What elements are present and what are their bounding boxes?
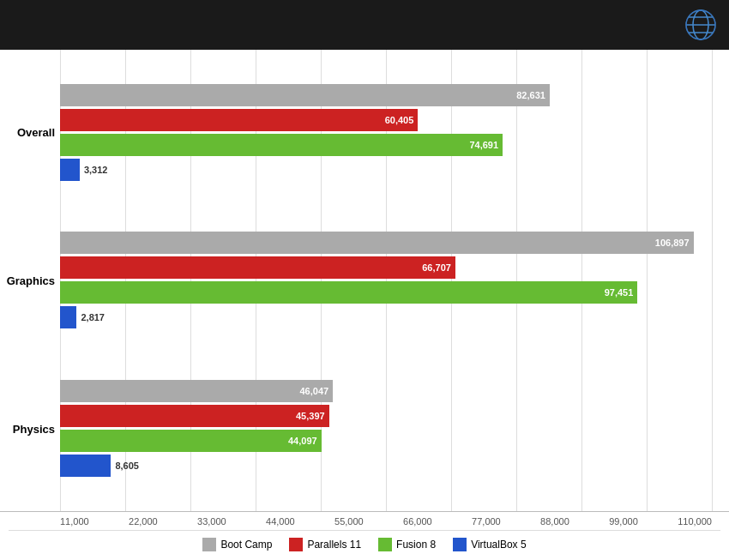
bar-row: 2,817 [60, 306, 712, 328]
bar-value-label: 44,097 [288, 436, 317, 446]
bar-parallels: 66,707 [60, 256, 455, 279]
x-axis-label: 22,000 [129, 516, 158, 527]
x-axis-label: 88,000 [540, 516, 569, 527]
bar-parallels: 45,397 [60, 405, 329, 427]
x-axis-label: 44,000 [266, 516, 295, 527]
legend-label-fusion: Fusion 8 [396, 539, 436, 551]
chart-plot-area: Overall82,63160,40574,6913,312Graphics10… [0, 50, 729, 511]
x-axis-label: 99,000 [609, 516, 638, 527]
group-label-graphics: Graphics [2, 274, 55, 286]
bar-value-label: 60,405 [385, 115, 414, 125]
chart-body: Overall82,63160,40574,6913,312Graphics10… [0, 50, 729, 530]
bar-value-label: 97,451 [605, 287, 634, 298]
chart-header [0, 0, 729, 50]
bar-bootcamp: 46,047 [60, 380, 333, 402]
legend-item-parallels: Parallels 11 [289, 538, 361, 551]
bar-group-overall: Overall82,63160,40574,6913,312 [60, 84, 712, 181]
bar-row: 45,397 [60, 405, 712, 427]
legend-swatch-virtualbox [453, 538, 467, 551]
x-axis-label: 77,000 [472, 516, 501, 527]
bar-value-label: 2,817 [81, 312, 105, 322]
bar-virtualbox [60, 455, 111, 477]
x-axis-label: 33,000 [197, 516, 226, 527]
x-axis-label: 110,000 [678, 516, 712, 527]
legend-item-fusion: Fusion 8 [378, 538, 436, 551]
bar-bootcamp: 82,631 [60, 84, 550, 106]
legend-label-bootcamp: Boot Camp [220, 539, 272, 551]
bar-fusion: 74,691 [60, 134, 503, 156]
bar-groups: Overall82,63160,40574,6913,312Graphics10… [60, 50, 712, 511]
bar-row: 97,451 [60, 281, 712, 304]
bar-value-label: 106,897 [655, 238, 690, 248]
x-axis: 11,00022,00033,00044,00055,00066,00077,0… [0, 511, 729, 530]
group-label-overall: Overall [2, 126, 55, 139]
bar-parallels: 60,405 [60, 109, 418, 131]
bar-value-label: 46,047 [299, 386, 328, 396]
legend-label-virtualbox: VirtualBox 5 [471, 539, 526, 551]
bar-fusion: 44,097 [60, 430, 322, 452]
bar-value-label: 82,631 [516, 90, 545, 100]
legend-swatch-fusion [378, 538, 392, 551]
bar-row: 82,631 [60, 84, 712, 106]
legend-item-virtualbox: VirtualBox 5 [453, 538, 526, 551]
bar-row: 3,312 [60, 159, 712, 181]
bar-row: 106,897 [60, 232, 712, 254]
bar-row: 66,707 [60, 256, 712, 279]
group-label-physics: Physics [2, 422, 55, 435]
bar-row: 8,605 [60, 455, 712, 477]
bar-virtualbox [60, 159, 80, 181]
bar-fusion: 97,451 [60, 281, 637, 304]
bar-virtualbox [60, 306, 76, 328]
grid-line [712, 50, 713, 511]
bar-value-label: 66,707 [422, 262, 451, 273]
bar-bootcamp: 106,897 [60, 232, 694, 254]
legend-swatch-bootcamp [202, 538, 216, 551]
globe-icon [684, 9, 717, 41]
legend-swatch-parallels [289, 538, 303, 551]
legend-item-bootcamp: Boot Camp [202, 538, 272, 551]
x-axis-labels: 11,00022,00033,00044,00055,00066,00077,0… [60, 514, 712, 530]
bar-value-label: 8,605 [115, 461, 139, 471]
bar-group-physics: Physics46,04745,39744,0978,605 [60, 380, 712, 477]
chart-container: Overall82,63160,40574,6913,312Graphics10… [0, 0, 729, 560]
bar-row: 46,047 [60, 380, 712, 402]
x-axis-label: 11,000 [60, 516, 89, 527]
bar-row: 60,405 [60, 109, 712, 131]
legend-label-parallels: Parallels 11 [307, 539, 361, 551]
x-axis-label: 66,000 [403, 516, 432, 527]
bar-row: 74,691 [60, 134, 712, 156]
x-axis-label: 55,000 [334, 516, 364, 527]
bar-value-label: 3,312 [84, 165, 108, 175]
bar-value-label: 45,397 [296, 411, 325, 421]
bar-value-label: 74,691 [469, 140, 498, 150]
chart-legend: Boot CampParallels 11Fusion 8VirtualBox … [9, 530, 720, 560]
bar-group-graphics: Graphics106,89766,70797,4512,817 [60, 232, 712, 328]
bar-row: 44,097 [60, 430, 712, 452]
